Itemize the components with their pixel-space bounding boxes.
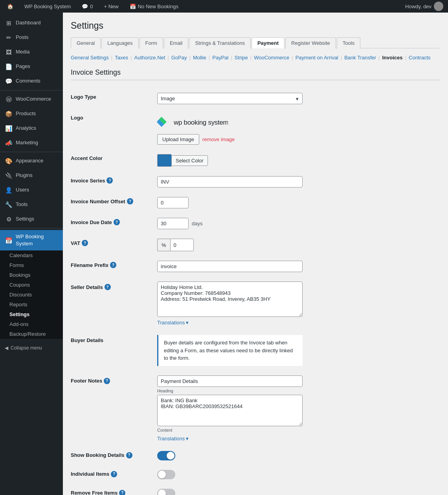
seller-details-help[interactable]: ? <box>105 284 111 290</box>
footer-notes-heading-input[interactable] <box>157 375 303 387</box>
invoice-series-input[interactable] <box>157 176 303 188</box>
pages-icon: 📄 <box>5 63 13 71</box>
subnav-gopay[interactable]: GoPay <box>171 55 187 61</box>
select-color-button[interactable]: Select Color <box>171 155 208 166</box>
submenu-reports[interactable]: Reports <box>0 300 63 309</box>
subnav-bank-transfer[interactable]: Bank Transfer <box>344 55 376 61</box>
submenu-coupons[interactable]: Coupons <box>0 280 63 290</box>
subnav-taxes[interactable]: Taxes <box>115 55 128 61</box>
remove-image-link[interactable]: remove image <box>202 136 235 142</box>
products-icon: 📦 <box>5 110 13 118</box>
no-bookings-label: No New Bookings <box>138 4 178 9</box>
sidebar-item-dashboard[interactable]: ⊞ Dashboard <box>0 16 63 30</box>
vat-input[interactable] <box>170 239 194 251</box>
seller-details-textarea[interactable]: Holiday Home Ltd. Company Number: 768548… <box>157 282 303 317</box>
dashboard-icon: ⊞ <box>5 19 13 27</box>
row-individual-items: Individual Items ? <box>71 465 440 484</box>
sidebar-item-posts[interactable]: ✏ Posts <box>0 30 63 45</box>
subnav-payment-arrival[interactable]: Payment on Arrival <box>296 55 338 61</box>
tab-register[interactable]: Register Website <box>285 37 336 48</box>
sidebar-item-tools[interactable]: 🔧 Tools <box>0 197 63 212</box>
submenu-addons[interactable]: Add-ons <box>0 319 63 329</box>
row-invoice-number-offset: Invoice Number Offset ? <box>71 192 440 213</box>
tab-general[interactable]: General <box>71 37 101 48</box>
subnav-stripe[interactable]: Stripe <box>235 55 248 61</box>
invoice-number-offset-help[interactable]: ? <box>127 198 133 204</box>
subnav-general-settings[interactable]: General Settings <box>71 55 109 61</box>
sidebar-item-media[interactable]: 🖼 Media <box>0 45 63 59</box>
row-logo-type: Logo Type Image Text ▾ <box>71 88 440 109</box>
subnav-authorize[interactable]: Authorize.Net <box>134 55 165 61</box>
subnav-paypal[interactable]: PayPal <box>212 55 228 61</box>
invoice-due-date-input[interactable] <box>157 218 189 229</box>
sidebar-item-label: Comments <box>16 77 40 85</box>
logo-type-select[interactable]: Image Text <box>157 93 303 104</box>
footer-notes-help[interactable]: ? <box>104 378 110 384</box>
tab-strings[interactable]: Strings & Translations <box>189 37 250 48</box>
sidebar-item-label: WooCommerce <box>16 96 51 103</box>
tab-tools[interactable]: Tools <box>337 37 360 48</box>
subnav-contracts[interactable]: Contracts <box>409 55 431 61</box>
seller-translations-link[interactable]: Translations ▾ <box>157 320 189 326</box>
tab-payment[interactable]: Payment <box>252 37 285 48</box>
toggle-thumb-individual <box>158 471 166 478</box>
sidebar-item-settings[interactable]: ⚙ Settings <box>0 212 63 226</box>
filename-prefix-label-row: Filename Prefix ? <box>71 262 157 268</box>
bookings-bar[interactable]: 📅 No New Bookings <box>127 0 181 13</box>
sidebar-item-pages[interactable]: 📄 Pages <box>0 59 63 74</box>
subnav-woocommerce[interactable]: WooCommerce <box>254 55 289 61</box>
submenu-discounts[interactable]: Discounts <box>0 290 63 300</box>
show-booking-details-help[interactable]: ? <box>126 452 132 458</box>
sidebar-item-appearance[interactable]: 🎨 Appearance <box>0 154 63 168</box>
submenu-backup[interactable]: Backup/Restore <box>0 329 63 339</box>
filename-prefix-input[interactable] <box>157 261 303 272</box>
sidebar-item-label: Marketing <box>16 139 38 146</box>
wp-logo-bar[interactable]: 🏠 <box>5 0 16 13</box>
tab-email[interactable]: Email <box>164 37 189 48</box>
sidebar-item-products[interactable]: 📦 Products <box>0 107 63 121</box>
upload-image-button[interactable]: Upload Image <box>157 134 199 145</box>
sidebar-item-woocommerce[interactable]: Ⓦ WooCommerce <box>0 92 63 107</box>
submenu-forms[interactable]: Forms <box>0 260 63 270</box>
show-booking-details-toggle[interactable] <box>157 451 175 460</box>
footer-translations-link[interactable]: Translations ▾ <box>157 436 189 442</box>
new-bar[interactable]: + New <box>102 0 121 13</box>
comments-bar[interactable]: 💬 0 <box>79 0 95 13</box>
tab-form[interactable]: Form <box>140 37 163 48</box>
wp-booking-submenu: Calendars Forms Bookings Coupons Discoun… <box>0 250 63 339</box>
sidebar-item-plugins[interactable]: 🔌 Plugins <box>0 168 63 183</box>
logo-preview: wp booking system <box>157 114 440 131</box>
content-label: Content <box>157 428 440 432</box>
posts-icon: ✏ <box>5 33 13 42</box>
sidebar-item-analytics[interactable]: 📊 Analytics <box>0 121 63 136</box>
invoice-number-offset-input[interactable] <box>157 197 189 208</box>
invoice-due-date-help[interactable]: ? <box>114 219 120 225</box>
remove-free-items-help[interactable]: ? <box>119 490 125 495</box>
sep: | <box>405 55 406 61</box>
submenu-calendars[interactable]: Calendars <box>0 250 63 260</box>
individual-items-toggle[interactable] <box>157 470 175 479</box>
booking-icon: 📅 <box>5 236 13 245</box>
filename-prefix-help[interactable]: ? <box>110 262 116 268</box>
sep: | <box>378 55 380 61</box>
invoice-series-help[interactable]: ? <box>106 177 113 184</box>
marketing-icon: 📣 <box>5 139 13 147</box>
tab-languages[interactable]: Languages <box>101 37 138 48</box>
submenu-settings[interactable]: Settings <box>0 309 63 319</box>
sep: | <box>292 55 293 61</box>
sidebar-item-wp-booking[interactable]: 📅 WP Booking System <box>0 230 63 250</box>
submenu-bookings[interactable]: Bookings <box>0 270 63 280</box>
sidebar-item-label: Media <box>16 48 29 55</box>
site-name-bar[interactable]: WP Booking System <box>22 0 73 13</box>
invoice-series-label-row: Invoice Series ? <box>71 177 157 184</box>
individual-items-help[interactable]: ? <box>111 471 117 477</box>
sidebar-item-comments[interactable]: 💬 Comments <box>0 74 63 88</box>
sidebar-item-marketing[interactable]: 📣 Marketing <box>0 136 63 150</box>
sidebar-item-users[interactable]: 👤 Users <box>0 183 63 197</box>
collapse-menu-button[interactable]: ◀ Collapse menu <box>0 342 63 354</box>
remove-free-items-toggle[interactable] <box>157 489 175 495</box>
footer-notes-content-textarea[interactable]: Bank: ING Bank IBAN: GB39BARC20039532521… <box>157 395 303 426</box>
subnav-mollie[interactable]: Mollie <box>193 55 206 61</box>
vat-help[interactable]: ? <box>82 240 88 246</box>
row-accent-color: Accent Color Select Color <box>71 149 440 171</box>
